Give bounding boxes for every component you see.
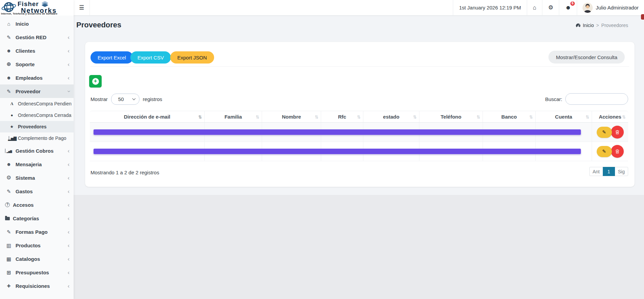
- sort-icon: ⇅: [413, 114, 417, 119]
- chevron-left-icon: ‹: [68, 216, 70, 221]
- brand-name-top: Fisher: [18, 1, 39, 7]
- delete-button[interactable]: [611, 126, 624, 139]
- chevron-left-icon: ‹: [68, 243, 70, 248]
- column-header-label: Acciones: [599, 114, 621, 120]
- user-name: Julio Administrador: [596, 5, 639, 10]
- home-icon[interactable]: ⌂: [527, 0, 542, 15]
- search-input[interactable]: [565, 93, 628, 105]
- settings-cogs-icon[interactable]: ⚙: [542, 0, 559, 15]
- sidebar-subitem-proveedores[interactable]: ★Proveedores: [0, 121, 74, 132]
- sidebar-subitem-ordenescompra-pendientes[interactable]: AOrdenesCompra Pendientes: [0, 98, 74, 109]
- table-cell: [483, 123, 535, 142]
- sidebar-item-sistema[interactable]: ⚙Sistema‹: [0, 171, 74, 184]
- brand-logo[interactable]: Fisher Networks Internet, Telefonía y De…: [0, 0, 74, 16]
- sidebar: Fisher Networks Internet, Telefonía y De…: [0, 0, 74, 299]
- sidebar-subitem-label: Complemento de Pago: [18, 135, 66, 141]
- sidebar-item-empleados[interactable]: ☻Empleados‹: [0, 71, 74, 84]
- column-header-cuenta[interactable]: Cuenta⇅: [535, 111, 592, 122]
- user-icon: ☻: [5, 75, 12, 80]
- edit-button[interactable]: ✎: [597, 146, 612, 157]
- sidebar-item-productos[interactable]: ▥Productos‹: [0, 239, 74, 252]
- sidebar-item-mensajeria[interactable]: ☻Mensajeria‹: [0, 157, 74, 171]
- sort-icon: ⇅: [315, 114, 318, 119]
- hamburger-menu-icon[interactable]: ☰: [74, 0, 90, 15]
- sidebar-item-gestion-cobros[interactable]: ▂▅▇Gestión Cobros‹: [0, 144, 74, 157]
- export-excel-button[interactable]: Export Excel: [91, 51, 133, 64]
- sidebar-item-clientes[interactable]: ☻Clientes‹: [0, 44, 74, 57]
- column-header-banco[interactable]: Banco⇅: [483, 111, 535, 122]
- chevron-left-icon: ‹: [68, 148, 70, 154]
- datetime-display: 1st January 2026 12:19 PM: [453, 0, 526, 15]
- home-icon: ⌂: [5, 21, 12, 26]
- table-cell: [483, 142, 535, 161]
- pagination-page-1-button[interactable]: 1: [603, 167, 615, 176]
- edit-pencil-icon: ✎: [602, 130, 606, 134]
- sort-icon: ⇅: [256, 114, 259, 119]
- chevron-left-icon: ‹: [68, 175, 70, 181]
- column-header-telefono[interactable]: Teléfono⇅: [419, 111, 483, 122]
- sidebar-item-requisiciones[interactable]: ✚Requisiciones‹: [0, 279, 74, 293]
- sort-icon: ⇅: [476, 114, 480, 119]
- export-json-button[interactable]: Export JSON: [170, 51, 214, 64]
- sidebar-item-label: Soporte: [16, 61, 35, 67]
- page-title: Proveedores: [76, 21, 121, 29]
- sidebar-item-label: Formas Pago: [16, 229, 48, 235]
- chevron-down-icon: ‹: [66, 90, 72, 92]
- plus-icon: ✚: [5, 283, 12, 289]
- page-size-select[interactable]: 50: [111, 94, 139, 105]
- table-body: ✎✎: [90, 123, 628, 161]
- sidebar-menu: ⌂Inicio✎Gestión RED‹☻Clientes‹⊕Soporte‹☻…: [0, 16, 74, 293]
- question-circle-icon: ?: [5, 202, 10, 207]
- edit-button[interactable]: ✎: [597, 127, 612, 138]
- sidebar-item-categorias[interactable]: Categorías‹: [0, 211, 74, 225]
- table-cell: [90, 123, 204, 142]
- toggle-query-button[interactable]: Mostrar/Esconder Consulta: [548, 51, 625, 64]
- sidebar-item-accesos[interactable]: ?Accesos‹: [0, 198, 74, 211]
- providers-card: Export Excel Export CSV Export JSON Most…: [85, 42, 635, 187]
- users-notifications-icon[interactable]: ☻6: [559, 0, 577, 15]
- sidebar-item-catalogos[interactable]: ▦Catalogos‹: [0, 252, 74, 266]
- plus-circle-icon: +: [92, 78, 99, 85]
- delete-button[interactable]: [611, 145, 624, 158]
- sidebar-subitem-ordenescompra-cerradas[interactable]: ●OrdenesCompra Cerradas: [0, 109, 74, 121]
- lifering-icon: ⊕: [5, 61, 12, 67]
- pagination-prev-button[interactable]: Ant: [589, 167, 603, 176]
- sidebar-item-formas-pago[interactable]: ✎Formas Pago‹: [0, 225, 74, 239]
- sidebar-subitem-complemento-de-pago[interactable]: ▂▅▇Complemento de Pago: [0, 132, 74, 144]
- column-header-familia[interactable]: Familia⇅: [204, 111, 262, 122]
- column-header-rfc[interactable]: Rfc⇅: [321, 111, 363, 122]
- column-header-label: estado: [383, 114, 399, 120]
- content-area: Proveedores Inicio > Proveedores Export …: [74, 15, 644, 299]
- sort-icon: ⇅: [357, 114, 361, 119]
- chevron-left-icon: ‹: [68, 270, 70, 275]
- sidebar-item-soporte[interactable]: ⊕Soporte‹: [0, 57, 74, 71]
- table-cell: [535, 123, 592, 142]
- column-header-acciones[interactable]: Acciones⇅: [592, 111, 628, 122]
- table-cell: [363, 142, 419, 161]
- sidebar-item-label: Inicio: [16, 21, 29, 27]
- folder-icon: [5, 217, 10, 220]
- pencil-icon: ✎: [5, 89, 12, 94]
- trash-icon: [615, 149, 620, 154]
- table-cell: [419, 142, 483, 161]
- sidebar-item-proveedor[interactable]: ✎Proveedor‹: [0, 84, 74, 98]
- table-cell: [90, 142, 204, 161]
- column-header-direccion-de-e-mail[interactable]: Dirección de e-mail⇅: [90, 111, 204, 122]
- column-header-nombre[interactable]: Nombre⇅: [262, 111, 321, 122]
- column-header-estado[interactable]: estado⇅: [363, 111, 419, 122]
- user-menu[interactable]: Julio Administrador: [577, 0, 644, 15]
- table-row: ✎: [90, 142, 628, 161]
- sidebar-item-presupuestos[interactable]: ⊞Presupuestos‹: [0, 266, 74, 279]
- sidebar-item-gastos[interactable]: ✎Gastos‹: [0, 184, 74, 198]
- users-icon: ☻: [5, 48, 12, 53]
- table-cell: ✎: [592, 142, 628, 161]
- sidebar-item-gestion-red[interactable]: ✎Gestión RED‹: [0, 30, 74, 44]
- add-record-button[interactable]: +: [89, 75, 102, 88]
- pagination-next-button[interactable]: Sig: [615, 167, 628, 176]
- breadcrumb-home-link[interactable]: Inicio: [575, 23, 594, 28]
- trash-icon: [615, 130, 620, 135]
- table-cell: [262, 123, 321, 142]
- sidebar-item-inicio[interactable]: ⌂Inicio: [0, 17, 74, 30]
- pencil-icon: ✎: [5, 229, 12, 234]
- export-csv-button[interactable]: Export CSV: [130, 51, 171, 64]
